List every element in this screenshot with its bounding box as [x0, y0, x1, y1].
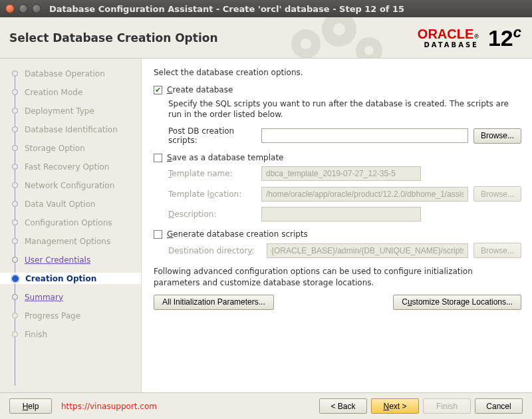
close-icon[interactable]: [5, 4, 15, 13]
step-dot-icon: [12, 219, 18, 225]
create-database-checkbox[interactable]: [154, 86, 162, 94]
step-finish: Finish: [12, 329, 138, 340]
maximize-icon[interactable]: [32, 4, 41, 13]
wizard-steps-sidebar: Database Operation Creation Mode Deploym…: [0, 59, 141, 392]
window-controls: [5, 4, 41, 13]
step-dot-icon: [12, 108, 18, 114]
step-dot-icon: [12, 145, 18, 151]
opt-create-database: Create database Specify the SQL scripts …: [154, 85, 521, 145]
step-fast-recovery-option: Fast Recovery Option: [12, 161, 138, 172]
step-dot-icon: [12, 275, 19, 282]
window-titlebar: Database Configuration Assistant - Creat…: [0, 0, 532, 17]
finish-button: Finish: [423, 398, 471, 414]
section-lead: Select the database creation options.: [154, 68, 521, 77]
template-name-input: [261, 166, 421, 181]
back-button[interactable]: < Back: [319, 398, 367, 414]
step-network-configuration: Network Configuration: [12, 180, 138, 191]
advanced-desc: Following advanced configuration options…: [154, 266, 521, 287]
next-button[interactable]: Next >: [371, 398, 419, 414]
step-progress-page: Progress Page: [12, 310, 138, 321]
main-area: Database Operation Creation Mode Deploym…: [0, 59, 532, 392]
step-creation-mode: Creation Mode: [12, 86, 138, 98]
post-scripts-input[interactable]: [261, 128, 468, 143]
step-dot-icon: [12, 294, 18, 300]
post-scripts-browse-button[interactable]: Browse...: [473, 128, 521, 144]
oracle-version: 12c: [488, 27, 521, 49]
window-title: Database Configuration Assistant - Creat…: [49, 4, 527, 14]
content-panel: Select the database creation options. Cr…: [141, 59, 532, 392]
template-desc-input: [261, 207, 421, 221]
save-template-checkbox[interactable]: [154, 154, 162, 162]
dest-dir-input: [267, 243, 468, 258]
opt-generate-scripts: Generate database creation scripts Desti…: [154, 229, 521, 258]
step-dot-icon: [12, 126, 18, 132]
create-database-label: Create database: [167, 85, 233, 94]
svg-point-1: [301, 39, 311, 49]
template-desc-label: Description:: [168, 210, 256, 219]
step-dot-icon: [12, 201, 18, 207]
wizard-footer: Help https://vinasupport.com < Back Next…: [0, 392, 532, 419]
step-dot-icon: [12, 70, 18, 76]
step-deployment-type: Deployment Type: [12, 105, 138, 116]
logo-block: ORACLE® DATABASE 12c: [418, 27, 521, 49]
watermark-text: https://vinasupport.com: [61, 402, 157, 411]
step-user-credentials[interactable]: User Credentials: [12, 254, 138, 265]
step-dot-icon: [12, 257, 18, 263]
step-dot-icon: [12, 313, 18, 319]
create-database-desc: Specify the SQL scripts you want to run …: [168, 98, 521, 120]
post-scripts-label: Post DB creation scripts:: [168, 126, 256, 145]
template-location-input: [261, 187, 468, 202]
step-storage-option: Storage Option: [12, 142, 138, 154]
dest-dir-label: Destination directory:: [168, 246, 261, 255]
generate-scripts-checkbox[interactable]: [154, 230, 162, 239]
step-dot-icon: [12, 238, 18, 244]
step-configuration-options: Configuration Options: [12, 217, 138, 228]
oracle-logo-sub: DATABASE: [418, 42, 479, 49]
template-name-label: Template name:: [168, 169, 256, 178]
step-dot-icon: [12, 89, 18, 95]
cancel-button[interactable]: Cancel: [475, 398, 523, 414]
header-band: Select Database Creation Option ORACLE® …: [0, 17, 532, 59]
dest-dir-browse-button: Browse...: [473, 243, 521, 258]
oracle-logo-text: ORACLE®: [418, 27, 479, 41]
help-button[interactable]: Help: [9, 398, 52, 414]
step-summary[interactable]: Summary: [12, 291, 138, 303]
step-dot-icon: [12, 164, 18, 170]
step-creation-option: Creation Option: [0, 273, 141, 284]
step-dot-icon: [12, 182, 18, 188]
minimize-icon[interactable]: [19, 4, 28, 13]
step-management-options: Management Options: [12, 235, 138, 247]
svg-point-5: [364, 46, 374, 55]
step-data-vault-option: Data Vault Option: [12, 198, 138, 210]
step-database-identification: Database Identification: [12, 124, 138, 135]
opt-save-template: Save as a database template Template nam…: [154, 153, 521, 221]
customize-storage-button[interactable]: Customize Storage Locations...: [393, 295, 521, 310]
template-location-browse-button: Browse...: [473, 186, 521, 202]
page-title: Select Database Creation Option: [9, 31, 218, 45]
svg-point-3: [333, 23, 345, 35]
gear-bg-icon: [286, 17, 392, 58]
save-template-label: Save as a database template: [167, 153, 283, 162]
generate-scripts-label: Generate database creation scripts: [167, 229, 308, 239]
init-params-button[interactable]: All Initialization Parameters...: [154, 295, 274, 310]
step-dot-icon: [12, 331, 18, 337]
step-database-operation: Database Operation: [12, 68, 138, 79]
template-location-label: Template location:: [168, 190, 256, 199]
